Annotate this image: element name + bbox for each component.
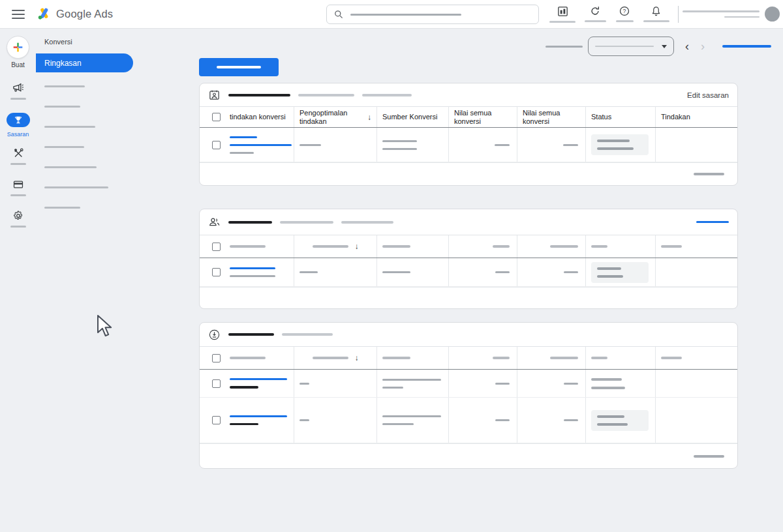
column-header-bar <box>313 245 348 248</box>
subnav-item-7[interactable] <box>36 198 150 218</box>
column-header-3[interactable] <box>376 235 448 258</box>
column-header-6[interactable] <box>585 347 655 369</box>
subnav-item-ringkasan[interactable]: Ringkasan <box>36 53 133 72</box>
cell-link-bar[interactable] <box>230 144 292 146</box>
column-header-1[interactable] <box>224 347 294 369</box>
card-downloads: ↓ <box>199 322 738 469</box>
subnav-item-6[interactable] <box>36 177 150 198</box>
subnav-item-4[interactable] <box>36 137 150 157</box>
row-checkbox[interactable] <box>212 379 221 388</box>
column-header-5[interactable]: Nilai semua konversi <box>517 107 585 127</box>
card-action-link-bar[interactable] <box>696 221 729 224</box>
column-header-3[interactable]: Sumber Konversi <box>376 107 448 127</box>
help-icon: ? <box>619 5 630 17</box>
search-input[interactable] <box>326 5 539 24</box>
row-checkbox[interactable] <box>212 243 221 251</box>
cell-bar <box>299 144 321 146</box>
table-cell-7 <box>655 258 737 286</box>
account-info[interactable] <box>683 0 780 22</box>
row-checkbox[interactable] <box>212 268 221 276</box>
edit-goal-link[interactable]: Edit sasaran <box>687 91 729 99</box>
rail-item-admin[interactable] <box>10 210 26 231</box>
row-checkbox[interactable] <box>212 113 221 121</box>
card-footer <box>200 162 737 185</box>
cell-link-bar[interactable] <box>230 415 287 417</box>
column-header-4[interactable]: Nilai semua konversi <box>448 107 517 127</box>
new-conversion-button[interactable] <box>199 58 279 76</box>
table-row <box>200 398 737 443</box>
chip-bar <box>597 147 634 150</box>
notifications-button[interactable] <box>638 0 674 22</box>
create-button[interactable]: Buat <box>7 36 29 68</box>
next-period-button[interactable]: › <box>695 38 711 54</box>
card-header <box>200 323 737 347</box>
table-cell-5 <box>517 370 585 397</box>
subnav-item-3[interactable] <box>36 117 150 137</box>
column-header-7[interactable] <box>655 347 737 369</box>
column-header-4[interactable] <box>448 235 517 258</box>
subnav-item-1[interactable] <box>36 76 150 96</box>
cell-link-bar[interactable] <box>230 378 287 380</box>
chip-bar <box>597 275 623 278</box>
cell-bar <box>495 419 510 421</box>
column-header-bar <box>493 245 510 248</box>
rail-item-campaigns[interactable] <box>10 81 26 103</box>
column-header-7[interactable] <box>655 235 737 258</box>
prev-period-button[interactable]: ‹ <box>679 38 695 54</box>
rail-item-goals[interactable]: Sasaran <box>7 113 30 138</box>
column-header-bar <box>230 357 266 359</box>
status-chip <box>591 410 649 431</box>
help-button[interactable]: ? <box>611 0 638 22</box>
card-title-bar <box>228 221 272 224</box>
table-cell-7 <box>655 370 737 397</box>
subnav-item-bar <box>44 207 80 209</box>
cell-bar <box>495 383 510 385</box>
rail-label-bar <box>10 163 26 165</box>
column-header-bar <box>493 357 510 359</box>
table-cell-4 <box>448 128 517 162</box>
refresh-button[interactable] <box>579 0 611 22</box>
column-header-3[interactable] <box>376 347 448 369</box>
column-header-6[interactable]: Status <box>585 107 655 127</box>
column-header-1[interactable]: tindakan konversi <box>224 107 294 127</box>
row-checkbox[interactable] <box>212 354 221 362</box>
row-checkbox-cell <box>200 398 224 443</box>
row-checkbox-cell <box>200 258 224 286</box>
column-header-7[interactable]: Tindakan <box>655 107 737 127</box>
column-label: Tindakan <box>661 113 690 121</box>
subnav-list <box>36 76 150 218</box>
table-header-row: ↓ <box>200 347 737 370</box>
date-range-select[interactable] <box>588 37 674 56</box>
subnav-item-2[interactable] <box>36 96 150 117</box>
row-checkbox[interactable] <box>212 416 221 424</box>
toolbar-link-bar[interactable] <box>722 45 771 48</box>
avatar[interactable] <box>765 7 780 22</box>
row-checkbox[interactable] <box>212 141 221 149</box>
cell-link-bar[interactable] <box>230 267 275 269</box>
cell-bar <box>591 378 622 381</box>
rail-item-billing[interactable] <box>10 179 26 200</box>
subnav-item-5[interactable] <box>36 157 150 177</box>
table-cell-2 <box>294 370 376 397</box>
column-header-6[interactable] <box>585 235 655 258</box>
rail-item-tools[interactable] <box>10 147 26 169</box>
column-header-2[interactable]: ↓ <box>294 347 376 369</box>
table-cell-3 <box>376 398 448 443</box>
subnav-item-bar <box>44 166 97 168</box>
card-subtitle-bar <box>298 94 354 96</box>
sort-arrow-icon: ↓ <box>367 113 371 122</box>
column-header-4[interactable] <box>448 347 517 369</box>
chevron-down-icon <box>662 45 667 48</box>
column-header-2[interactable]: Pengoptimalan tindakan↓ <box>294 107 376 127</box>
column-header-5[interactable] <box>517 235 585 258</box>
column-header-1[interactable] <box>224 235 294 258</box>
reports-button[interactable] <box>545 0 579 23</box>
menu-icon[interactable] <box>12 10 25 19</box>
download-icon <box>208 329 221 341</box>
subnav-active-label: Ringkasan <box>44 59 82 68</box>
column-header-5[interactable] <box>517 347 585 369</box>
table-cell-2 <box>294 258 376 286</box>
cell-link-bar[interactable] <box>230 136 257 138</box>
cell-bar <box>495 271 510 273</box>
column-header-2[interactable]: ↓ <box>294 235 376 258</box>
